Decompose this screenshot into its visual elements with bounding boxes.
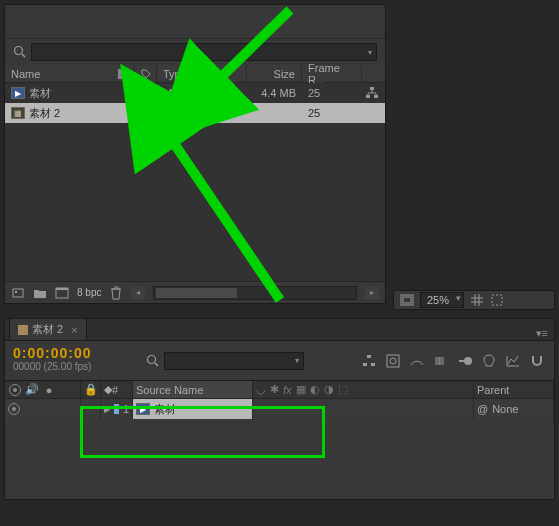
new-folder-icon[interactable] [33,286,47,300]
switches-column: ◡ ✱ fx ▦ ◐ ◑ ⬚ [253,381,474,398]
svg-rect-4 [374,95,378,98]
timeline-header: 0:00:00:00 00000 (25.00 fps) ▾ [5,341,554,381]
grid-icon[interactable] [470,293,484,307]
scrollbar-thumb[interactable] [156,288,237,298]
asterisk-icon: ✱ [270,383,279,396]
new-comp-icon[interactable] [55,286,69,300]
scroll-left-button[interactable]: ◂ [131,286,145,300]
interpret-footage-icon[interactable] [11,286,25,300]
frame-blend-icon[interactable] [432,352,450,370]
timeline-tabs: 素材 2 × ▾≡ [5,319,554,341]
speaker-column-icon[interactable]: 🔊 [25,383,39,397]
zoom-dropdown[interactable]: 25% [420,292,464,308]
comp-tab[interactable]: 素材 2 × [9,318,87,340]
label-num-column: ◆ # [101,381,133,398]
shy-icon[interactable] [408,352,426,370]
col-framerate[interactable]: Frame R... [302,65,362,82]
svg-rect-5 [13,289,23,297]
item-type: MPEG [157,83,247,103]
parent-column: Parent [474,381,554,398]
project-search-input[interactable]: ▾ [31,43,377,61]
lock-icon: 🔒 [84,383,98,396]
pickwhip-icon[interactable]: @ [477,403,488,415]
item-name: 素材 [29,86,51,101]
annotation-highlight-box [80,406,325,458]
item-size: 4.4 MB [247,83,302,103]
eye-column-icon[interactable] [8,383,22,397]
solo-column-icon[interactable]: ● [42,383,56,397]
snapping-icon[interactable] [528,352,546,370]
item-name: 素材 2 [29,106,60,121]
svg-rect-2 [370,87,374,90]
search-icon [13,45,27,59]
magnify-ratio-icon[interactable] [400,293,414,307]
tag-icon [141,67,151,81]
shy-switch-icon: ◡ [256,383,266,396]
col-type[interactable]: Type [157,65,247,82]
project-footer: 8 bpc ◂ ▸ [5,281,385,303]
visibility-toggle[interactable] [8,403,20,415]
viewer-footer: 25% [393,290,555,310]
adjustment-icon: ◑ [324,383,334,396]
timecode-area[interactable]: 0:00:00:00 00000 (25.00 fps) [5,341,140,380]
tab-title: 素材 2 [32,322,63,337]
svg-rect-6 [15,291,17,293]
motion-blur-switch-icon: ◐ [310,383,320,396]
timeline-search-area: ▾ [140,341,352,380]
tag-icon: ◆ [104,383,112,396]
graph-editor-icon[interactable] [504,352,522,370]
parent-dropdown[interactable]: None [492,403,518,415]
search-icon [146,354,160,368]
flowchart-icon[interactable] [365,86,379,100]
svg-rect-8 [56,288,68,290]
guides-icon[interactable] [490,293,504,307]
timeline-search-input[interactable]: ▾ [164,352,304,370]
frame-blend-switch-icon: ▦ [296,383,306,396]
source-name-column[interactable]: Source Name [133,381,253,398]
project-panel: ▾ Name▴ Type Size Frame R... ▶素材 MPEG 4.… [4,4,386,304]
col-tag[interactable] [135,65,157,82]
svg-line-13 [155,363,158,366]
col-name[interactable]: Name▴ [5,65,135,82]
label-swatch[interactable] [141,108,151,118]
project-panel-header [5,5,385,39]
sort-asc-icon: ▴ [118,69,128,79]
lock-column[interactable]: 🔒 [81,381,101,398]
tab-color-swatch [18,325,28,335]
project-row[interactable]: ▦素材 2 Composition 25 [5,103,385,123]
3d-icon: ⬚ [338,383,348,396]
svg-rect-15 [363,363,367,366]
timeline-tool-row [352,341,554,380]
draft3d-icon[interactable] [384,352,402,370]
label-swatch[interactable] [141,88,151,98]
svg-point-21 [464,357,472,365]
panel-menu-icon[interactable]: ▾≡ [536,327,548,340]
svg-rect-10 [403,297,411,303]
svg-rect-3 [366,95,370,98]
svg-rect-16 [371,363,375,366]
svg-rect-14 [367,355,371,358]
timeline-columns-header: 🔊 ● 🔒 ◆ # Source Name ◡ ✱ fx ▦ ◐ ◑ ⬚ Par… [5,381,554,399]
motion-blur-icon[interactable] [456,352,474,370]
svg-point-0 [15,47,23,55]
item-fr: 25 [302,83,362,103]
svg-rect-20 [439,357,444,365]
svg-line-1 [22,54,25,57]
h-scrollbar[interactable] [153,286,357,300]
av-columns: 🔊 ● [5,381,81,398]
item-type: Composition [157,103,247,123]
file-type-icon: ▶ [11,87,25,99]
comp-mini-flowchart-icon[interactable] [360,352,378,370]
brainstorm-icon[interactable] [480,352,498,370]
close-tab-icon[interactable]: × [71,324,77,336]
scroll-right-button[interactable]: ▸ [365,286,379,300]
svg-rect-17 [387,355,399,367]
project-row[interactable]: ▶素材 MPEG 4.4 MB 25 [5,83,385,103]
item-size [247,103,302,123]
project-rows: ▶素材 MPEG 4.4 MB 25 ▦素材 2 Composition 25 [5,83,385,281]
trash-icon[interactable] [109,286,123,300]
bit-depth-toggle[interactable]: 8 bpc [77,287,101,298]
svg-rect-11 [492,295,502,305]
current-timecode[interactable]: 0:00:00:00 [13,345,132,361]
col-size[interactable]: Size [247,65,302,82]
